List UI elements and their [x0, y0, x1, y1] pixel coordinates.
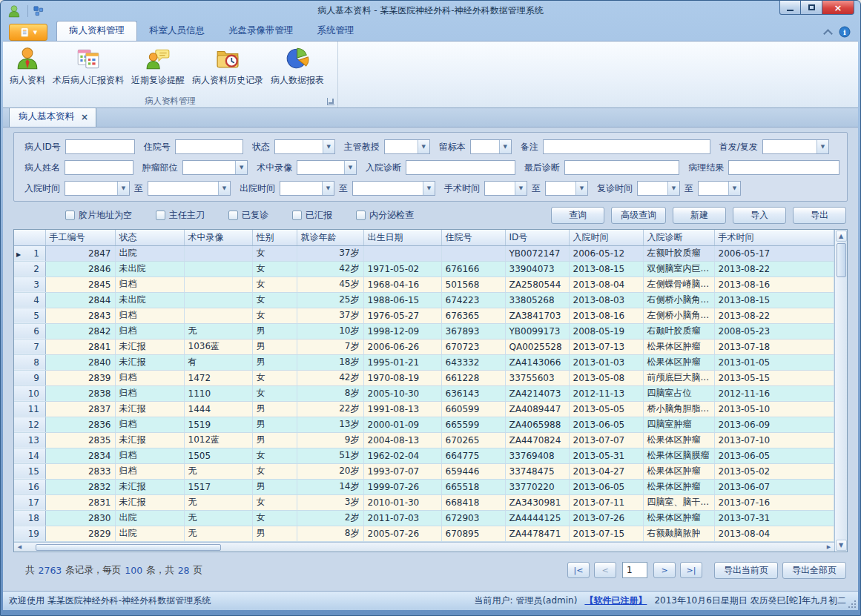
grid-cell[interactable]: 33748475	[505, 463, 569, 479]
grid-cell[interactable]: 665518	[441, 479, 505, 494]
export-button[interactable]: 导出	[793, 207, 846, 224]
data-report-button[interactable]: 病人数据报表	[267, 44, 328, 88]
grid-cell[interactable]: 男	[252, 526, 297, 541]
grid-cell[interactable]: 2013-07-26	[569, 510, 643, 526]
row-indicator[interactable]: 13	[14, 432, 45, 448]
grid-cell[interactable]: 出院	[115, 245, 184, 261]
grid-cell[interactable]: 8岁	[297, 385, 363, 401]
grid-cell[interactable]: 2013-08-22	[714, 261, 834, 276]
minimize-button[interactable]	[779, 1, 801, 15]
chevron-down-icon[interactable]: ▼	[499, 140, 511, 153]
grid-cell[interactable]: 33755603	[505, 370, 569, 385]
grid-cell[interactable]: 2013-05-31	[569, 448, 643, 463]
table-row[interactable]: 112837未汇报1444男22岁1991-08-13660599ZA40894…	[14, 401, 834, 417]
ribbon-tab-system[interactable]: 系统管理	[306, 21, 366, 41]
grid-cell[interactable]: 501568	[441, 276, 505, 292]
grid-cell[interactable]: 1519	[184, 417, 252, 432]
checkbox-reported[interactable]: 已汇报	[292, 209, 332, 222]
grid-cell[interactable]: ZA2580544	[505, 276, 569, 292]
pathology-result-input[interactable]	[728, 160, 839, 175]
grid-cell[interactable]: 1999-07-26	[363, 479, 441, 494]
grid-column-header[interactable]: ID号	[505, 230, 569, 245]
grid-column-header[interactable]: 手工编号	[45, 230, 115, 245]
grid-cell[interactable]: 7岁	[297, 339, 363, 354]
remark-input[interactable]	[543, 139, 710, 154]
row-indicator[interactable]: 15	[14, 463, 45, 479]
grid-cell[interactable]: 归档	[115, 276, 184, 292]
grid-cell[interactable]: 左侧桥小脑角...	[643, 308, 714, 323]
chevron-down-icon[interactable]: ▼	[322, 182, 334, 195]
ribbon-tab-media-management[interactable]: 光盘录像带管理	[217, 21, 306, 41]
grid-cell[interactable]: ZA4143066	[505, 354, 569, 370]
grid-cell[interactable]: 女	[252, 261, 297, 276]
status-select[interactable]: ▼	[274, 139, 335, 154]
ribbon-tab-patient-management[interactable]: 病人资料管理	[56, 21, 137, 41]
new-button[interactable]: 新建	[673, 207, 726, 224]
grid-cell[interactable]: 无	[184, 323, 252, 339]
first-page-button[interactable]: |<	[567, 562, 590, 578]
grid-cell[interactable]: 2005-07-26	[363, 526, 441, 541]
checkbox-film-address-empty[interactable]: 胶片地址为空	[65, 209, 132, 222]
checkbox-chief-surgeon[interactable]: 主任主刀	[156, 209, 205, 222]
ribbon-tab-staff-info[interactable]: 科室人员信息	[137, 21, 217, 41]
grid-cell[interactable]: 1970-08-19	[363, 370, 441, 385]
admit-time-to-select[interactable]: ▼	[148, 181, 231, 196]
grid-cell[interactable]: 1971-05-02	[363, 261, 441, 276]
grid-cell[interactable]: 1993-07-07	[363, 463, 441, 479]
grid-cell[interactable]: 636143	[441, 385, 505, 401]
grid-cell[interactable]: 1110	[184, 385, 252, 401]
grid-cell[interactable]	[363, 245, 441, 261]
grid-cell[interactable]: 1444	[184, 401, 252, 417]
grid-cell[interactable]: 2013-07-11	[569, 494, 643, 510]
grid-cell[interactable]: 松果体区肿瘤	[643, 510, 714, 526]
grid-cell[interactable]: 松果体区肿瘤	[643, 339, 714, 354]
table-row[interactable]: 52843归档女37岁1976-05-27676365ZA38417032013…	[14, 308, 834, 323]
revisit-reminder-button[interactable]: 近期复诊提醒	[128, 44, 188, 88]
grid-cell[interactable]: 2013-07-16	[714, 494, 834, 510]
grid-cell[interactable]: 女	[252, 308, 297, 323]
grid-cell[interactable]: YB0099173	[505, 323, 569, 339]
grid-cell[interactable]: 松果体区肿瘤	[643, 479, 714, 494]
vertical-scrollbar[interactable]: ▲ ▼	[834, 230, 847, 552]
page-number-input[interactable]: 1	[622, 562, 647, 578]
grid-cell[interactable]: YB0072147	[505, 245, 569, 261]
scroll-down-icon[interactable]: ▼	[836, 540, 847, 551]
row-indicator[interactable]: 9	[14, 370, 45, 385]
grid-cell[interactable]: 2012-11-13	[569, 385, 643, 401]
grid-cell[interactable]: 未汇报	[115, 354, 184, 370]
grid-cell[interactable]: QA0025528	[505, 339, 569, 354]
tumor-site-select[interactable]: ▼	[182, 160, 248, 175]
table-row[interactable]: 152833归档无女20岁1993-07-0765944633748475201…	[14, 463, 834, 479]
grid-column-header[interactable]: 状态	[115, 230, 184, 245]
grid-cell[interactable]: 2833	[45, 463, 115, 479]
grid-cell[interactable]: ZA4470824	[505, 432, 569, 448]
scroll-left-icon[interactable]: ◀	[14, 543, 25, 552]
table-row[interactable]: 32845归档女45岁1968-04-16501568ZA25805442013…	[14, 276, 834, 292]
grid-cell[interactable]: 未汇报	[115, 432, 184, 448]
grid-cell[interactable]: 无	[184, 463, 252, 479]
grid-cell[interactable]: ZA4065988	[505, 417, 569, 432]
grid-cell[interactable]: 前颅底巨大脑...	[643, 370, 714, 385]
grid-cell[interactable]: 右额颞脑脓肿	[643, 526, 714, 541]
grid-cell[interactable]: 1976-05-27	[363, 308, 441, 323]
grid-cell[interactable]: 2013-07-15	[569, 526, 643, 541]
table-row[interactable]: 62842归档无男10岁1998-12-09367893YB0099173200…	[14, 323, 834, 339]
maximize-button[interactable]	[801, 1, 822, 15]
grid-cell[interactable]: 未出院	[115, 261, 184, 276]
grid-cell[interactable]: 2847	[45, 245, 115, 261]
grid-cell[interactable]: 1968-04-16	[363, 276, 441, 292]
grid-cell[interactable]: ZA4089447	[505, 401, 569, 417]
grid-cell[interactable]: 18岁	[297, 354, 363, 370]
grid-cell[interactable]: 2838	[45, 385, 115, 401]
row-indicator[interactable]: 14	[14, 448, 45, 463]
discharge-time-from-select[interactable]: ▼	[280, 181, 334, 196]
grid-cell[interactable]: 女	[252, 276, 297, 292]
grid-cell[interactable]: 归档	[115, 448, 184, 463]
grid-cell[interactable]: 男	[252, 323, 297, 339]
table-row[interactable]: 162832未汇报1517男14岁1999-07-266655183377022…	[14, 479, 834, 494]
grid-cell[interactable]: 松果体区肿瘤	[643, 463, 714, 479]
scroll-up-icon[interactable]: ▲	[836, 231, 847, 242]
grid-cell[interactable]: 右颞叶胶质瘤	[643, 323, 714, 339]
grid-cell[interactable]: 660599	[441, 401, 505, 417]
info-icon[interactable]: i	[839, 26, 851, 38]
